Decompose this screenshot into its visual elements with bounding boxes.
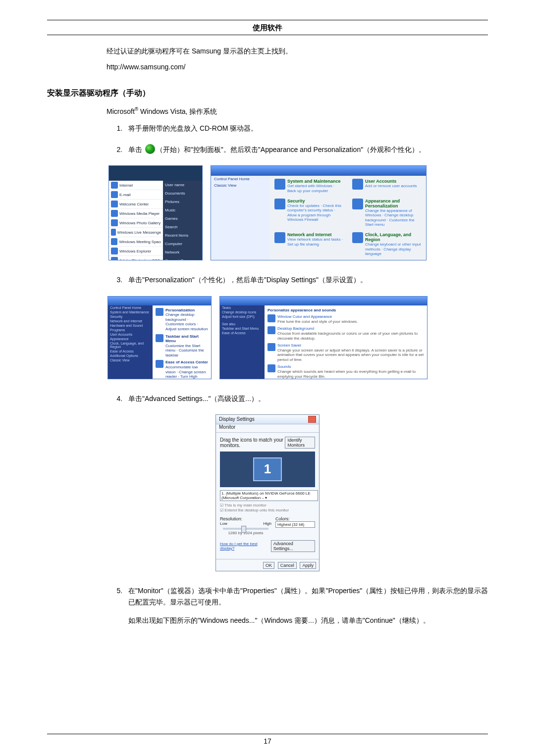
start-menu-right-item[interactable]: Computer (163, 240, 202, 248)
advanced-settings-button[interactable]: Advanced Settings... (271, 540, 315, 552)
personalization-side-link[interactable]: See also (220, 322, 265, 326)
control-panel-category[interactable]: SecurityCheck for updates · Check this c… (274, 199, 343, 227)
start-menu-item-label: Internet (119, 183, 133, 188)
personalization-side-link[interactable]: Ease of Access (220, 331, 265, 335)
ok-button[interactable]: OK (263, 562, 274, 569)
os-rest: Windows Vista, 操作系统 (138, 107, 217, 115)
appearance-side-link[interactable]: Clock, Language, and Region (108, 341, 153, 349)
personalization-side-link[interactable]: Taskbar and Start Menu (220, 326, 265, 331)
step-2-text: 单击 （开始）和"控制面板"。然后双击"Appearance and Perso… (128, 144, 488, 155)
start-menu-item-label: Windows Explorer (119, 249, 151, 253)
control-panel-category[interactable]: Clock, Language, and RegionChange keyboa… (352, 232, 421, 256)
personalization-item[interactable]: Window Color and AppearanceFine tune the… (268, 314, 424, 324)
app-icon (111, 191, 118, 198)
appearance-side-link[interactable]: Ease of Access (108, 349, 153, 353)
start-menu-item[interactable]: Windows Photo Gallery (109, 218, 163, 228)
personalization-item[interactable]: Screen SaverChange your screen saver or … (268, 343, 424, 362)
appearance-item[interactable]: Taskbar and Start MenuCustomize the Star… (156, 334, 208, 358)
intro-text: 经过认证的此驱动程序可在 Samsung 显示器的主页上找到。 (107, 46, 478, 56)
app-icon (111, 219, 118, 226)
resolution-label: Resolution: (220, 516, 271, 521)
start-menu-right-item[interactable]: Recent Items (163, 231, 202, 240)
appearance-side-link[interactable]: Appearance (108, 337, 153, 341)
step-3-text: 单击"Personalization"（个性化），然后单击"Display Se… (128, 274, 488, 286)
cancel-button[interactable]: Cancel (278, 562, 297, 569)
control-panel-side-link[interactable]: Classic View (211, 182, 269, 189)
colors-combo[interactable]: Highest (32 bit) (275, 521, 315, 528)
resolution-low: Low (220, 521, 227, 526)
personalization-side-link[interactable]: Tasks (220, 305, 265, 310)
start-menu-right-item[interactable]: Network (163, 248, 202, 256)
personalization-side-link[interactable]: Change desktop icons (220, 310, 265, 314)
start-menu-right-item[interactable]: Pictures (163, 198, 202, 206)
start-menu-right-item[interactable]: Connect To (163, 256, 202, 260)
monitor-1-icon[interactable]: 1 (253, 457, 282, 481)
item-icon (268, 326, 275, 334)
personalization-item[interactable]: Desktop BackgroundChoose from available … (268, 326, 424, 341)
monitor-preview-area[interactable]: 1 (220, 452, 315, 487)
start-menu-item[interactable]: Windows Media Player (109, 209, 163, 218)
control-panel-category[interactable]: Appearance and PersonalizationChange the… (352, 199, 421, 227)
start-menu-item[interactable]: E-mail (109, 190, 163, 200)
page-number: 17 (264, 737, 271, 745)
drag-instruction: Drag the icons to match your monitors. (220, 437, 285, 448)
footer-rule (47, 734, 488, 734)
category-icon (274, 199, 285, 209)
start-menu-right-item[interactable]: Music (163, 206, 202, 214)
appearance-side-link[interactable]: Control Panel Home (108, 305, 153, 310)
start-menu-right-item[interactable]: Documents (163, 189, 202, 198)
start-menu-item[interactable]: Windows Meeting Space (109, 237, 163, 247)
item-icon (268, 364, 275, 372)
start-menu-right-item[interactable]: Games (163, 214, 202, 223)
monitor-selector[interactable]: 1. (Multiple Monitors) on NVIDIA GeForce… (220, 490, 318, 501)
identify-monitors-button[interactable]: Identify Monitors (285, 437, 315, 449)
item-icon (156, 308, 163, 316)
control-panel-category[interactable]: Network and InternetView network status … (274, 232, 343, 256)
step-5-p1: 在"Monitor"（监视器）选项卡中单击"Properties"（属性）。如果… (128, 585, 488, 608)
start-menu-item[interactable]: Adobe Photoshop CS2 (109, 256, 163, 260)
start-menu-right-item[interactable]: User name (163, 181, 202, 189)
start-menu-right-item[interactable]: Search (163, 223, 202, 231)
appearance-item[interactable]: PersonalizationChange desktop background… (156, 308, 208, 332)
step-4-text: 单击"Advanced Settings..."（高级设置...）。 (128, 393, 488, 404)
start-menu-item-label: E-mail (119, 193, 131, 197)
control-panel-category[interactable]: User AccountsAdd or remove user accounts (352, 179, 421, 193)
appearance-side-link[interactable]: Hardware and Sound (108, 323, 153, 328)
extend-desktop-checkbox[interactable]: ☑ Extend the desktop onto this monitor (220, 508, 315, 512)
start-menu-item[interactable]: Windows Live Messenger Download (109, 228, 163, 237)
start-menu-item-label: Windows Live Messenger Download (117, 230, 161, 235)
appearance-side-link[interactable]: Classic View (108, 358, 153, 362)
appearance-item[interactable]: Ease of Access CenterAccommodate low vis… (156, 360, 208, 379)
appearance-side-link[interactable]: Security (108, 314, 153, 319)
personalization-side-link[interactable]: Adjust font size (DPI) (220, 314, 265, 319)
personalization-item[interactable]: SoundsChange which sounds are heard when… (268, 364, 424, 379)
control-panel-side-link[interactable]: Control Panel Home (211, 176, 269, 182)
appearance-side-link[interactable]: Network and Internet (108, 319, 153, 323)
best-display-link[interactable]: How do I get the best display? (220, 542, 271, 551)
control-panel-category[interactable]: System and MaintenanceGet started with W… (274, 179, 343, 193)
app-icon (111, 238, 117, 245)
appearance-side-link[interactable]: System and Maintenance (108, 310, 153, 314)
main-monitor-checkbox[interactable]: ☑ This is my main monitor (220, 503, 315, 507)
start-menu-item[interactable]: Internet (109, 181, 163, 190)
start-menu-item-label: Adobe Photoshop CS2 (119, 258, 160, 261)
screenshot-row-2: Control Panel HomeSystem and Maintenance… (47, 296, 488, 379)
start-menu-item[interactable]: Windows Explorer (109, 247, 163, 256)
os-prefix: Microsoft (107, 107, 135, 115)
personalization-panel-screenshot: TasksChange desktop iconsAdjust font siz… (219, 296, 428, 379)
appearance-side-link[interactable]: User Accounts (108, 332, 153, 337)
start-menu-item[interactable]: Welcome Center (109, 200, 163, 209)
monitor-tab[interactable]: Monitor (216, 424, 319, 433)
appearance-side-link[interactable]: Additional Options (108, 353, 153, 358)
resolution-slider[interactable] (223, 528, 268, 530)
apply-button[interactable]: Apply (300, 562, 316, 569)
step-5-p2: 如果出现如下图所示的"Windows needs..."（Windows 需要.… (128, 615, 488, 626)
personalization-heading: Personalize appearance and sounds (268, 308, 424, 313)
category-icon (352, 199, 363, 209)
close-icon[interactable] (308, 416, 316, 423)
resolution-high: High (264, 521, 271, 526)
start-orb-icon (145, 144, 155, 154)
step-2-pre: 单击 (128, 146, 144, 153)
control-panel-screenshot: Control Panel HomeClassic View System an… (211, 165, 427, 260)
appearance-side-link[interactable]: Programs (108, 328, 153, 332)
